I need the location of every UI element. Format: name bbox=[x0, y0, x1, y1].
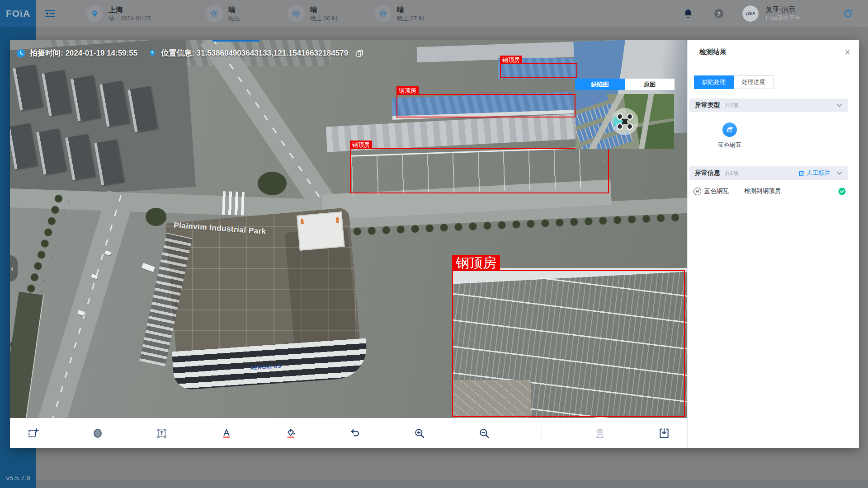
defect-view-button[interactable]: 缺陷图 bbox=[575, 79, 625, 90]
user-org: Foia系统平台 bbox=[766, 14, 801, 22]
draw-circle-tool[interactable] bbox=[91, 427, 104, 440]
photo-region: Plainvim Industrial Park AEROKLAS bbox=[165, 207, 363, 391]
anomaly-type-label: 蓝色钢瓦 bbox=[718, 141, 741, 149]
forecast-cond: 晴 bbox=[310, 5, 338, 14]
sun-icon bbox=[374, 5, 392, 22]
user-name: 复亚-演示 bbox=[766, 5, 801, 14]
section-anomaly-type[interactable]: 异常类型 共1项 bbox=[689, 99, 848, 112]
city-date: 2024-01-25 bbox=[121, 15, 151, 22]
capture-time-label: 拍摄时间: 2024-01-19 14:59:55 bbox=[30, 48, 137, 58]
detection-box-label: 钢顶房 bbox=[452, 255, 500, 271]
toolbar-divider bbox=[542, 427, 542, 440]
chevron-down-icon[interactable] bbox=[836, 171, 842, 175]
topbar-divider bbox=[833, 8, 833, 19]
detection-box[interactable]: 钢顶房 bbox=[396, 94, 576, 117]
section-anomaly-info[interactable]: 异常信息 共1项 人工标注 bbox=[689, 166, 848, 180]
draw-rect-tool[interactable] bbox=[26, 427, 40, 440]
anomaly-type-item[interactable]: 蓝色钢瓦 bbox=[714, 122, 745, 149]
undo-button[interactable] bbox=[349, 427, 362, 440]
photo-region bbox=[146, 208, 166, 226]
forecast-19h: 晴 晚上 07 时 bbox=[374, 5, 425, 22]
version-label: v5.5.7.9 bbox=[0, 474, 36, 482]
sun-icon bbox=[206, 5, 223, 22]
photo-region bbox=[10, 291, 44, 418]
view-toggle: 缺陷图 原图 bbox=[575, 79, 675, 90]
download-button[interactable] bbox=[657, 427, 671, 440]
forecast-now: 晴 现在 bbox=[206, 5, 240, 22]
detection-box[interactable]: 钢顶房 bbox=[500, 63, 577, 78]
drone-icon bbox=[609, 106, 641, 139]
section-title: 异常类型 bbox=[695, 101, 720, 109]
menu-fold-icon[interactable] bbox=[45, 9, 55, 19]
section-title: 异常信息 bbox=[695, 169, 720, 177]
edit-icon bbox=[799, 170, 805, 176]
forecast-cond: 晴 bbox=[397, 5, 425, 14]
forecast-time: 现在 bbox=[228, 14, 240, 22]
tab-progress[interactable]: 处理进度 bbox=[734, 75, 774, 89]
detection-box[interactable]: 钢顶房 bbox=[350, 148, 609, 193]
copy-icon[interactable] bbox=[355, 49, 364, 57]
detection-result-panel: 检测结果 × 缺陷处理 处理进度 异常类型 共1项 蓝色钢瓦 异常信息 共1项 bbox=[687, 40, 859, 448]
detection-modal: Plainvim Industrial Park AEROKLAS 钢顶房 钢顶… bbox=[10, 40, 859, 448]
panel-header: 检测结果 × bbox=[688, 40, 859, 65]
location-pin-icon bbox=[86, 5, 103, 22]
bell-icon[interactable] bbox=[683, 8, 693, 21]
detection-box-label: 钢顶房 bbox=[396, 86, 419, 95]
anomaly-name: 蓝色钢瓦 bbox=[704, 187, 744, 195]
tab-defect-handling[interactable]: 缺陷处理 bbox=[694, 75, 734, 89]
avatar[interactable]: FOiA bbox=[742, 5, 759, 22]
section-count: 共1项 bbox=[725, 169, 739, 177]
help-icon[interactable]: ? bbox=[714, 9, 724, 20]
aerial-photo[interactable]: Plainvim Industrial Park AEROKLAS 钢顶房 钢顶… bbox=[10, 40, 687, 418]
forecast-18h: 晴 晚上 06 时 bbox=[288, 5, 338, 22]
collapse-handle[interactable]: ‹ bbox=[10, 255, 18, 282]
photo-region bbox=[258, 172, 287, 195]
close-icon[interactable]: × bbox=[844, 47, 850, 57]
chevron-down-icon[interactable] bbox=[836, 103, 842, 108]
photo-meta-bar: 拍摄时间: 2024-01-19 14:59:55 位置信息: 31.53860… bbox=[16, 48, 364, 58]
photo-region bbox=[222, 191, 245, 216]
detection-box-label: 钢顶房 bbox=[350, 141, 372, 149]
fill-color-tool[interactable] bbox=[284, 427, 297, 440]
canopy-icon bbox=[722, 122, 737, 137]
logout-icon[interactable] bbox=[843, 8, 854, 21]
panel-title: 检测结果 bbox=[699, 48, 726, 56]
forecast-cond: 晴 bbox=[228, 5, 240, 14]
location-pin-icon bbox=[148, 49, 156, 58]
topbar: 上海 晴2024-01-25 晴 现在 晴 晚上 06 时 晴 晚上 07 时 bbox=[0, 0, 868, 27]
app-logo[interactable]: FOìA bbox=[0, 0, 36, 27]
panel-tabs: 缺陷处理 处理进度 bbox=[694, 75, 774, 89]
page-bottom-strip bbox=[36, 480, 868, 488]
location-weather-widget[interactable]: 上海 晴2024-01-25 bbox=[86, 5, 151, 22]
text-tool[interactable] bbox=[155, 427, 169, 440]
ai-badge-icon: AI bbox=[693, 188, 701, 195]
forecast-time: 晚上 07 时 bbox=[397, 14, 425, 22]
manual-annotate-link[interactable]: 人工标注 bbox=[799, 169, 830, 177]
zoom-out-button[interactable] bbox=[477, 427, 491, 440]
sun-icon bbox=[288, 5, 305, 22]
location-info-label: 位置信息: 31.538604903643133,121.15416632184… bbox=[161, 48, 348, 58]
font-color-tool[interactable] bbox=[220, 427, 233, 440]
zoom-in-button[interactable] bbox=[413, 427, 426, 440]
forecast-time: 晚上 06 时 bbox=[310, 14, 338, 22]
map-marker-tool[interactable] bbox=[593, 427, 607, 440]
user-info[interactable]: 复亚-演示 Foia系统平台 bbox=[766, 5, 801, 22]
city-label: 上海 bbox=[108, 5, 151, 14]
detection-box-label: 钢顶房 bbox=[500, 56, 522, 64]
active-thumb-indicator bbox=[212, 40, 259, 42]
city-cond: 晴 bbox=[108, 15, 114, 22]
photo-region bbox=[142, 263, 155, 272]
clock-icon bbox=[16, 49, 25, 58]
minimap[interactable] bbox=[576, 94, 674, 149]
svg-text:?: ? bbox=[717, 10, 721, 17]
anomaly-desc: 检测到钢顶房 bbox=[744, 187, 781, 195]
section-count: 共1项 bbox=[725, 102, 739, 109]
detection-box[interactable]: 钢顶房 bbox=[452, 270, 685, 417]
anomaly-info-row[interactable]: AI 蓝色钢瓦 检测到钢顶房 bbox=[688, 187, 852, 195]
annotation-toolbar bbox=[10, 418, 687, 448]
check-icon[interactable] bbox=[838, 188, 846, 195]
original-view-button[interactable]: 原图 bbox=[625, 79, 675, 90]
